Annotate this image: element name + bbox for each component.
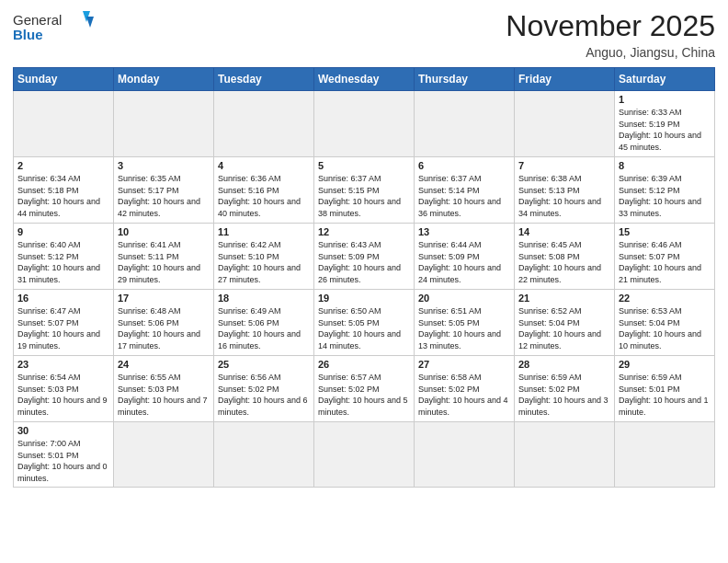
logo: General Blue (13, 9, 96, 44)
day-info: Sunrise: 6:58 AMSunset: 5:02 PMDaylight:… (418, 372, 510, 418)
calendar-cell (214, 422, 314, 488)
calendar-cell: 15Sunrise: 6:46 AMSunset: 5:07 PMDayligh… (615, 224, 715, 290)
day-info: Sunrise: 6:55 AMSunset: 5:03 PMDaylight:… (118, 372, 210, 418)
day-info: Sunrise: 6:46 AMSunset: 5:07 PMDaylight:… (619, 239, 711, 285)
day-number: 11 (218, 226, 310, 237)
calendar-cell: 10Sunrise: 6:41 AMSunset: 5:11 PMDayligh… (114, 224, 214, 290)
calendar-cell (314, 91, 415, 157)
calendar-cell: 26Sunrise: 6:57 AMSunset: 5:02 PMDayligh… (314, 356, 415, 422)
day-info: Sunrise: 6:51 AMSunset: 5:05 PMDaylight:… (418, 305, 510, 351)
logo-svg: General Blue (13, 9, 96, 44)
day-info: Sunrise: 7:00 AMSunset: 5:01 PMDaylight:… (17, 438, 109, 484)
calendar-cell: 14Sunrise: 6:45 AMSunset: 5:08 PMDayligh… (515, 224, 615, 290)
calendar-cell: 17Sunrise: 6:48 AMSunset: 5:06 PMDayligh… (114, 290, 214, 356)
day-number: 25 (218, 359, 310, 370)
calendar-cell: 28Sunrise: 6:59 AMSunset: 5:02 PMDayligh… (515, 356, 615, 422)
calendar-cell: 3Sunrise: 6:35 AMSunset: 5:17 PMDaylight… (114, 157, 214, 224)
day-info: Sunrise: 6:48 AMSunset: 5:06 PMDaylight:… (118, 305, 210, 351)
calendar-cell: 22Sunrise: 6:53 AMSunset: 5:04 PMDayligh… (615, 290, 715, 356)
day-info: Sunrise: 6:36 AMSunset: 5:16 PMDaylight:… (218, 173, 310, 219)
day-number: 6 (418, 160, 510, 171)
weekday-header-thursday: Thursday (415, 68, 515, 91)
day-number: 18 (218, 293, 310, 304)
calendar-cell (214, 91, 314, 157)
calendar-cell: 25Sunrise: 6:56 AMSunset: 5:02 PMDayligh… (214, 356, 314, 422)
calendar-cell (515, 422, 615, 488)
weekday-header-saturday: Saturday (615, 68, 715, 91)
day-number: 13 (418, 226, 510, 237)
day-info: Sunrise: 6:47 AMSunset: 5:07 PMDaylight:… (17, 305, 109, 351)
day-info: Sunrise: 6:53 AMSunset: 5:04 PMDaylight:… (619, 305, 711, 351)
day-info: Sunrise: 6:49 AMSunset: 5:06 PMDaylight:… (218, 305, 310, 351)
calendar-cell: 13Sunrise: 6:44 AMSunset: 5:09 PMDayligh… (415, 224, 515, 290)
calendar-cell (314, 422, 415, 488)
day-number: 26 (318, 359, 410, 370)
calendar-cell: 9Sunrise: 6:40 AMSunset: 5:12 PMDaylight… (14, 224, 114, 290)
day-number: 27 (418, 359, 510, 370)
svg-text:General: General (13, 12, 62, 28)
calendar-table: SundayMondayTuesdayWednesdayThursdayFrid… (13, 67, 715, 488)
calendar-cell (415, 91, 515, 157)
calendar-cell: 16Sunrise: 6:47 AMSunset: 5:07 PMDayligh… (14, 290, 114, 356)
day-number: 1 (619, 94, 711, 105)
day-info: Sunrise: 6:41 AMSunset: 5:11 PMDaylight:… (118, 239, 210, 285)
day-number: 14 (518, 226, 610, 237)
day-number: 8 (619, 160, 711, 171)
day-info: Sunrise: 6:35 AMSunset: 5:17 PMDaylight:… (118, 173, 210, 219)
day-number: 30 (17, 425, 109, 436)
calendar-cell: 21Sunrise: 6:52 AMSunset: 5:04 PMDayligh… (515, 290, 615, 356)
day-number: 12 (318, 226, 410, 237)
location: Anguo, Jiangsu, China (506, 45, 715, 60)
weekday-header-wednesday: Wednesday (314, 68, 415, 91)
day-number: 5 (318, 160, 410, 171)
calendar-cell (515, 91, 615, 157)
weekday-header-sunday: Sunday (14, 68, 114, 91)
svg-marker-3 (86, 17, 94, 28)
calendar-cell: 2Sunrise: 6:34 AMSunset: 5:18 PMDaylight… (14, 157, 114, 224)
day-number: 23 (17, 359, 109, 370)
calendar-cell (114, 91, 214, 157)
calendar-cell: 30Sunrise: 7:00 AMSunset: 5:01 PMDayligh… (14, 422, 114, 488)
calendar-cell: 20Sunrise: 6:51 AMSunset: 5:05 PMDayligh… (415, 290, 515, 356)
calendar-cell: 5Sunrise: 6:37 AMSunset: 5:15 PMDaylight… (314, 157, 415, 224)
day-number: 20 (418, 293, 510, 304)
calendar-cell: 24Sunrise: 6:55 AMSunset: 5:03 PMDayligh… (114, 356, 214, 422)
day-info: Sunrise: 6:50 AMSunset: 5:05 PMDaylight:… (318, 305, 410, 351)
calendar-cell: 27Sunrise: 6:58 AMSunset: 5:02 PMDayligh… (415, 356, 515, 422)
calendar-cell: 8Sunrise: 6:39 AMSunset: 5:12 PMDaylight… (615, 157, 715, 224)
day-number: 9 (17, 226, 109, 237)
day-info: Sunrise: 6:42 AMSunset: 5:10 PMDaylight:… (218, 239, 310, 285)
header: General Blue November 2025 Anguo, Jiangs… (13, 9, 715, 60)
day-info: Sunrise: 6:38 AMSunset: 5:13 PMDaylight:… (518, 173, 610, 219)
day-info: Sunrise: 6:40 AMSunset: 5:12 PMDaylight:… (17, 239, 109, 285)
day-info: Sunrise: 6:37 AMSunset: 5:15 PMDaylight:… (318, 173, 410, 219)
day-info: Sunrise: 6:34 AMSunset: 5:18 PMDaylight:… (17, 173, 109, 219)
day-info: Sunrise: 6:43 AMSunset: 5:09 PMDaylight:… (318, 239, 410, 285)
day-info: Sunrise: 6:59 AMSunset: 5:02 PMDaylight:… (518, 372, 610, 418)
calendar-cell: 7Sunrise: 6:38 AMSunset: 5:13 PMDaylight… (515, 157, 615, 224)
day-info: Sunrise: 6:33 AMSunset: 5:19 PMDaylight:… (619, 107, 711, 153)
day-number: 24 (118, 359, 210, 370)
day-info: Sunrise: 6:52 AMSunset: 5:04 PMDaylight:… (518, 305, 610, 351)
calendar-cell: 6Sunrise: 6:37 AMSunset: 5:14 PMDaylight… (415, 157, 515, 224)
calendar-page: General Blue November 2025 Anguo, Jiangs… (0, 0, 728, 563)
day-number: 2 (17, 160, 109, 171)
calendar-cell (14, 91, 114, 157)
calendar-cell: 4Sunrise: 6:36 AMSunset: 5:16 PMDaylight… (214, 157, 314, 224)
day-info: Sunrise: 6:57 AMSunset: 5:02 PMDaylight:… (318, 372, 410, 418)
day-info: Sunrise: 6:39 AMSunset: 5:12 PMDaylight:… (619, 173, 711, 219)
calendar-cell: 19Sunrise: 6:50 AMSunset: 5:05 PMDayligh… (314, 290, 415, 356)
svg-text:Blue: Blue (13, 27, 43, 42)
day-info: Sunrise: 6:59 AMSunset: 5:01 PMDaylight:… (619, 372, 711, 418)
weekday-header-monday: Monday (114, 68, 214, 91)
calendar-cell: 29Sunrise: 6:59 AMSunset: 5:01 PMDayligh… (615, 356, 715, 422)
day-info: Sunrise: 6:44 AMSunset: 5:09 PMDaylight:… (418, 239, 510, 285)
day-number: 29 (619, 359, 711, 370)
weekday-header-tuesday: Tuesday (214, 68, 314, 91)
day-number: 21 (518, 293, 610, 304)
day-number: 16 (17, 293, 109, 304)
day-number: 10 (118, 226, 210, 237)
day-number: 15 (619, 226, 711, 237)
calendar-cell (415, 422, 515, 488)
calendar-cell: 11Sunrise: 6:42 AMSunset: 5:10 PMDayligh… (214, 224, 314, 290)
